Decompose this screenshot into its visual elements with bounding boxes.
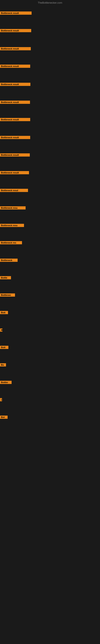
bottleneck-badge-11: Bottleneck resul xyxy=(0,189,28,192)
bottleneck-badge-3: Bottleneck result xyxy=(0,47,31,50)
bottleneck-badge-18: Bott xyxy=(0,311,8,314)
bottleneck-badge-23: | xyxy=(0,398,2,401)
bottleneck-badge-7: Bottleneck result xyxy=(0,118,30,121)
bottleneck-badge-2: Bottleneck result xyxy=(0,29,31,32)
bottleneck-badge-24: Bot xyxy=(0,416,8,419)
bottleneck-badge-1: Bottleneck result xyxy=(0,12,32,15)
bottleneck-badge-13: Bottleneck resu xyxy=(0,224,24,227)
bottleneck-badge-8: Bottleneck result xyxy=(0,136,30,139)
bottleneck-badge-5: Bottleneck result xyxy=(0,83,30,86)
bottleneck-badge-9: Bottleneck result xyxy=(0,153,30,156)
bottleneck-badge-22: Bottler xyxy=(0,381,12,384)
bottleneck-badge-4: Bottleneck result xyxy=(0,64,30,68)
bottleneck-badge-10: Bottleneck result xyxy=(0,171,29,174)
bottleneck-badge-20: Bott xyxy=(0,346,8,349)
site-title: TheBottlenecker.com xyxy=(0,1,100,4)
bottleneck-badge-14: Bottleneck res xyxy=(0,241,22,244)
bottleneck-badge-16: Bottle xyxy=(0,276,11,279)
bottleneck-badge-19: B xyxy=(0,328,2,332)
bottleneck-badge-21: Bo xyxy=(0,363,6,366)
bottleneck-badge-15: Bottleneck xyxy=(0,258,18,262)
bottleneck-badge-12: Bottleneck resu xyxy=(0,206,26,210)
bottleneck-badge-6: Bottleneck result xyxy=(0,100,30,104)
bottleneck-badge-17: Bottlenec xyxy=(0,294,15,297)
